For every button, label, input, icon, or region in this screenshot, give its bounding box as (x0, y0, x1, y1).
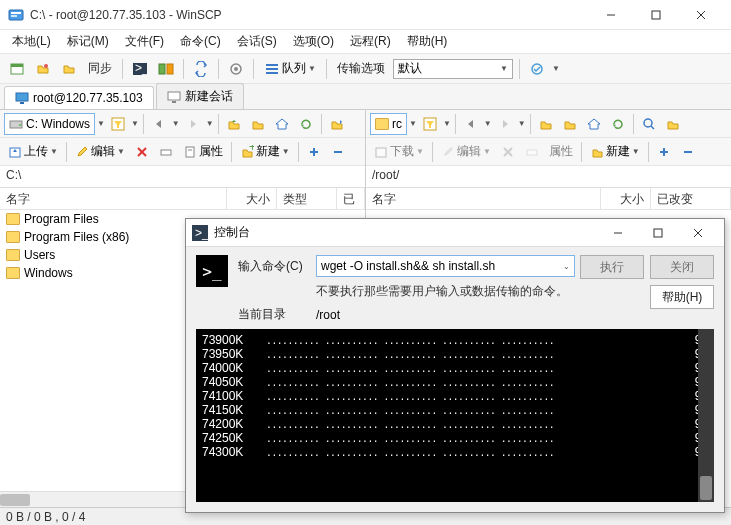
command-input[interactable] (316, 255, 575, 277)
chevron-down-icon[interactable]: ▼ (552, 64, 560, 73)
download-button: 下载▼ (370, 143, 428, 160)
file-name: Windows (24, 266, 73, 280)
parent-dir-icon[interactable] (535, 113, 557, 135)
console-minimize[interactable] (598, 219, 638, 247)
chevron-down-icon[interactable]: ▼ (206, 119, 214, 128)
new-button[interactable]: 新建▼ (586, 143, 644, 160)
local-path[interactable]: C:\ (0, 166, 365, 188)
parent-dir-icon[interactable] (223, 113, 245, 135)
delete-icon[interactable] (131, 141, 153, 163)
minus-icon[interactable] (677, 141, 699, 163)
console-close[interactable] (678, 219, 718, 247)
remote-drive-combo[interactable]: rc (370, 113, 407, 135)
col-type[interactable]: 类型 (277, 188, 337, 209)
minus-icon[interactable] (327, 141, 349, 163)
filter-icon[interactable] (419, 113, 441, 135)
chevron-down-icon[interactable]: ▼ (131, 119, 139, 128)
chevron-down-icon[interactable]: ▼ (409, 119, 417, 128)
sync-label[interactable]: 同步 (84, 60, 116, 77)
console-icon[interactable]: >_ (129, 58, 151, 80)
transfer-preset-combo[interactable]: 默认 ▼ (393, 59, 513, 79)
home-icon[interactable] (271, 113, 293, 135)
chevron-down-icon[interactable]: ⌄ (563, 262, 570, 271)
refresh-icon[interactable] (295, 113, 317, 135)
menu-help[interactable]: 帮助(H) (401, 31, 454, 52)
root-dir-icon[interactable] (247, 113, 269, 135)
svg-rect-40 (376, 148, 386, 157)
console-icon: >_ (192, 225, 208, 241)
tab-new-session[interactable]: 新建会话 (156, 83, 244, 109)
col-size[interactable]: 大小 (601, 188, 651, 209)
nav-fwd-icon[interactable] (182, 113, 204, 135)
console-form: 输入命令(C) ⌄ 不要执行那些需要用户输入或数据传输的命令。 当前目录 /ro… (238, 255, 570, 323)
svg-rect-21 (20, 102, 24, 104)
menu-options[interactable]: 选项(O) (287, 31, 340, 52)
nav-back-icon[interactable] (148, 113, 170, 135)
console-vscroll[interactable] (698, 329, 714, 502)
compare-icon[interactable] (155, 58, 177, 80)
remote-path[interactable]: /root/ (366, 166, 731, 188)
menu-remote[interactable]: 远程(R) (344, 31, 397, 52)
titlebar: C:\ - root@120.77.35.103 - WinSCP (0, 0, 731, 30)
plus-icon[interactable] (653, 141, 675, 163)
home-icon[interactable] (583, 113, 605, 135)
svg-rect-1 (11, 12, 21, 14)
sync-browse-icon[interactable] (190, 58, 212, 80)
new-button[interactable]: +新建▼ (236, 143, 294, 160)
queue-label: 队列 (282, 60, 306, 77)
col-changed[interactable]: 已 (337, 188, 365, 209)
bookmark-icon[interactable] (326, 113, 348, 135)
nav-fwd-icon[interactable] (494, 113, 516, 135)
terminal-icon: >_ (196, 255, 228, 287)
menu-local[interactable]: 本地(L) (6, 31, 57, 52)
chevron-down-icon[interactable]: ▼ (172, 119, 180, 128)
chevron-down-icon[interactable]: ▼ (443, 119, 451, 128)
props-button[interactable]: 属性 (179, 143, 227, 160)
chevron-down-icon[interactable]: ▼ (97, 119, 105, 128)
plus-icon[interactable] (303, 141, 325, 163)
window-title: C:\ - root@120.77.35.103 - WinSCP (30, 8, 588, 22)
svg-rect-50 (654, 229, 662, 237)
main-toolbar: 同步 >_ 队列 ▼ 传输选项 默认 ▼ ▼ (0, 54, 731, 84)
menu-mark[interactable]: 标记(M) (61, 31, 115, 52)
find-icon[interactable] (638, 113, 660, 135)
transfer-value: 默认 (398, 60, 422, 77)
upload-button[interactable]: 上传▼ (4, 143, 62, 160)
root-dir-icon[interactable] (559, 113, 581, 135)
sync-folder-icon[interactable] (58, 58, 80, 80)
edit-button[interactable]: 编辑▼ (71, 143, 129, 160)
sites-icon[interactable] (32, 58, 54, 80)
col-name[interactable]: 名字 (366, 188, 601, 209)
close-button[interactable] (678, 0, 723, 30)
maximize-button[interactable] (633, 0, 678, 30)
menu-session[interactable]: 会话(S) (231, 31, 283, 52)
remote-drive-toolbar: rc ▼ ▼ ▼ ▼ (366, 110, 731, 138)
close-button[interactable]: 关闭 (650, 255, 714, 279)
console-maximize[interactable] (638, 219, 678, 247)
chevron-down-icon: ▼ (308, 64, 316, 73)
rename-icon[interactable] (155, 141, 177, 163)
execute-button[interactable]: 执行 (580, 255, 644, 279)
tab-session-active[interactable]: root@120.77.35.103 (4, 86, 154, 109)
menu-commands[interactable]: 命令(C) (174, 31, 227, 52)
separator (122, 59, 123, 79)
new-session-icon[interactable] (6, 58, 28, 80)
minimize-button[interactable] (588, 0, 633, 30)
settings-icon[interactable] (225, 58, 247, 80)
queue-dropdown[interactable]: 队列 ▼ (260, 60, 320, 77)
col-changed[interactable]: 已改变 (651, 188, 731, 209)
help-button[interactable]: 帮助(H) (650, 285, 714, 309)
toolbar-extra-icon[interactable] (526, 58, 548, 80)
refresh-icon[interactable] (607, 113, 629, 135)
menu-files[interactable]: 文件(F) (119, 31, 170, 52)
local-drive-combo[interactable]: C: Windows (4, 113, 95, 135)
col-name[interactable]: 名字 (0, 188, 227, 209)
bookmark-icon[interactable] (662, 113, 684, 135)
console-output[interactable]: 73900K .......... .......... .......... … (196, 329, 714, 502)
nav-back-icon[interactable] (460, 113, 482, 135)
filter-icon[interactable] (107, 113, 129, 135)
col-size[interactable]: 大小 (227, 188, 277, 209)
separator (321, 114, 322, 134)
separator (218, 114, 219, 134)
file-name: Program Files (x86) (24, 230, 129, 244)
